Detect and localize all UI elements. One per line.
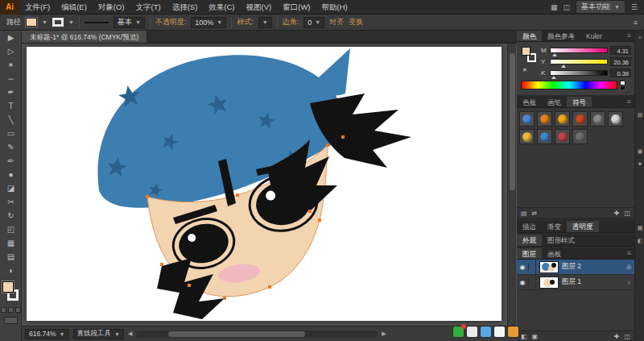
stroke-chevron-icon[interactable]: ▼ — [68, 19, 74, 25]
bandana-fin-shape[interactable] — [310, 48, 350, 95]
scissors-tool[interactable]: ✂ — [0, 195, 22, 209]
delete-layer-icon[interactable]: ◫ — [624, 333, 630, 340]
gradient-tool[interactable]: ▤ — [0, 250, 22, 264]
panel-layers-icon[interactable]: ◧ — [636, 237, 644, 245]
fill-proxy-swatch[interactable] — [2, 281, 14, 293]
transform-label[interactable]: 变换 — [349, 17, 363, 27]
tab-stroke[interactable]: 描边 — [517, 221, 542, 232]
tab-appearance[interactable]: 外观 — [517, 235, 542, 246]
visibility-eye-icon[interactable]: ◉ — [517, 279, 529, 286]
notes-icon[interactable] — [494, 326, 505, 337]
tab-swatches[interactable]: 色板 — [517, 97, 542, 107]
lasso-tool[interactable]: ∽ — [0, 72, 22, 85]
mesh-tool[interactable]: ▦ — [0, 236, 22, 250]
black-slider[interactable] — [550, 70, 608, 76]
selection-tool[interactable]: ▶ — [0, 31, 22, 44]
pen-tool[interactable]: ✒ — [0, 85, 22, 99]
menu-view[interactable]: 视图(V) — [241, 0, 278, 14]
screen-capture-icon[interactable] — [467, 326, 477, 337]
symbol-thumbnail[interactable] — [608, 111, 623, 127]
menu-object[interactable]: 对象(O) — [93, 0, 130, 14]
scroll-right-icon[interactable]: ▶ — [382, 331, 386, 337]
symbol-thumbnail[interactable] — [555, 129, 570, 144]
tab-symbols[interactable]: 符号 — [567, 97, 592, 107]
magic-wand-tool[interactable]: ✶ — [0, 58, 22, 72]
symbol-thumbnail[interactable] — [519, 111, 535, 127]
chat-panel-icon[interactable] — [481, 326, 491, 337]
type-tool[interactable]: T — [0, 99, 22, 113]
vertical-scrollbar[interactable] — [507, 44, 516, 326]
tab-graphic-styles[interactable]: 图形样式 — [542, 235, 580, 246]
workspace-switcher[interactable]: 基本功能 ▼ — [576, 0, 625, 14]
black-value[interactable]: 0.39 — [610, 69, 631, 77]
none-color-icon[interactable]: ✕ — [522, 67, 527, 73]
new-layer-icon[interactable]: ✚ — [614, 333, 620, 340]
align-label[interactable]: 对齐 — [329, 17, 344, 27]
panel-swatches-icon[interactable]: ▤ — [636, 111, 644, 119]
tab-transparency[interactable]: 透明度 — [567, 221, 599, 232]
symbol-thumbnail[interactable] — [590, 111, 605, 127]
slider-thumb[interactable] — [552, 53, 557, 56]
symbol-thumbnail[interactable] — [537, 111, 552, 127]
style-dropdown[interactable]: ▼ — [258, 17, 272, 28]
symbol-thumbnail[interactable] — [537, 129, 552, 144]
control-panel-menu-icon[interactable]: ≡ — [634, 19, 638, 27]
magenta-value[interactable]: 4.31 — [610, 46, 631, 55]
panel-menu-icon[interactable]: ≡ — [627, 31, 634, 41]
eraser-tool[interactable]: ◪ — [0, 181, 22, 195]
lock-toggle[interactable] — [529, 275, 536, 290]
menu-edit[interactable]: 编辑(E) — [56, 0, 93, 14]
symbol-thumbnail[interactable] — [572, 129, 588, 144]
panel-menu-icon[interactable]: ≡ — [627, 248, 634, 259]
rectangle-tool[interactable]: ▭ — [0, 127, 22, 140]
zoom-dropdown[interactable]: 616.74% ▼ — [25, 329, 69, 339]
corner-value-box[interactable]: 0 ▼ — [303, 17, 324, 28]
stroke-color-swatch[interactable] — [52, 18, 64, 27]
layer-target-icon[interactable]: ○ — [623, 280, 634, 285]
layer-row[interactable]: ◉ 图层 2 ◎ — [517, 260, 634, 275]
blob-brush-tool[interactable]: ● — [0, 168, 22, 181]
panel-brushes-icon[interactable]: ▣ — [636, 148, 644, 156]
menu-window[interactable]: 窗口(W) — [277, 0, 316, 14]
fill-color-swatch[interactable] — [26, 18, 37, 27]
menu-file[interactable]: 文件(F) — [19, 0, 56, 14]
yellow-value[interactable]: 20.36 — [610, 57, 631, 66]
pencil-tool[interactable]: ✏ — [0, 154, 22, 168]
fill-proxy-swatch[interactable] — [522, 47, 530, 56]
symbol-libraries-icon[interactable]: ▤ — [521, 210, 527, 217]
tab-color[interactable]: 颜色 — [517, 31, 542, 41]
horizontal-scrollbar-thumb[interactable] — [168, 331, 305, 337]
opacity-dropdown[interactable]: 100% ▼ — [191, 17, 226, 28]
fill-chevron-icon[interactable]: ▼ — [42, 19, 47, 25]
cs-live-icon[interactable]: ☰ — [631, 3, 638, 11]
color-spectrum-bar[interactable] — [521, 81, 617, 89]
vertical-scrollbar-thumb[interactable] — [510, 53, 515, 190]
menu-type[interactable]: 文字(T) — [130, 0, 167, 14]
layer-name[interactable]: 图层 1 — [562, 277, 623, 287]
tab-brushes[interactable]: 画笔 — [542, 97, 567, 107]
scale-tool[interactable]: ◰ — [0, 222, 22, 236]
gradient-button[interactable] — [8, 307, 14, 313]
black-swatch[interactable] — [620, 85, 625, 90]
tool-status-dropdown[interactable]: 直线段工具 ▼ — [73, 329, 124, 339]
tab-artboards[interactable]: 画板 — [542, 248, 567, 259]
panel-appearance-icon[interactable]: ▦ — [636, 224, 644, 232]
rotate-tool[interactable]: ↻ — [0, 209, 22, 222]
qq-message-icon[interactable] — [453, 326, 464, 337]
opacity-label[interactable]: 不透明度: — [155, 17, 187, 27]
none-button[interactable] — [15, 307, 21, 313]
menu-effect[interactable]: 效果(C) — [203, 0, 240, 14]
brush-definition-dropdown[interactable]: 基本 ▼ — [114, 17, 145, 28]
panel-menu-icon[interactable]: ≡ — [627, 97, 634, 107]
layer-row[interactable]: ◉ 图层 1 ○ — [517, 275, 634, 290]
line-segment-tool[interactable]: ╲ — [0, 113, 22, 127]
screen-mode-icon[interactable]: ◫ — [563, 3, 570, 11]
direct-selection-tool[interactable]: ▷ — [0, 44, 22, 58]
tab-gradient[interactable]: 渐变 — [542, 221, 567, 232]
horizontal-scrollbar[interactable] — [136, 331, 378, 338]
panel-symbols-icon[interactable]: ◈ — [636, 160, 644, 168]
slider-thumb[interactable] — [561, 64, 566, 68]
symbol-thumbnail[interactable] — [572, 111, 588, 127]
color-button[interactable] — [1, 307, 6, 313]
delete-symbol-icon[interactable]: ◫ — [624, 210, 630, 217]
